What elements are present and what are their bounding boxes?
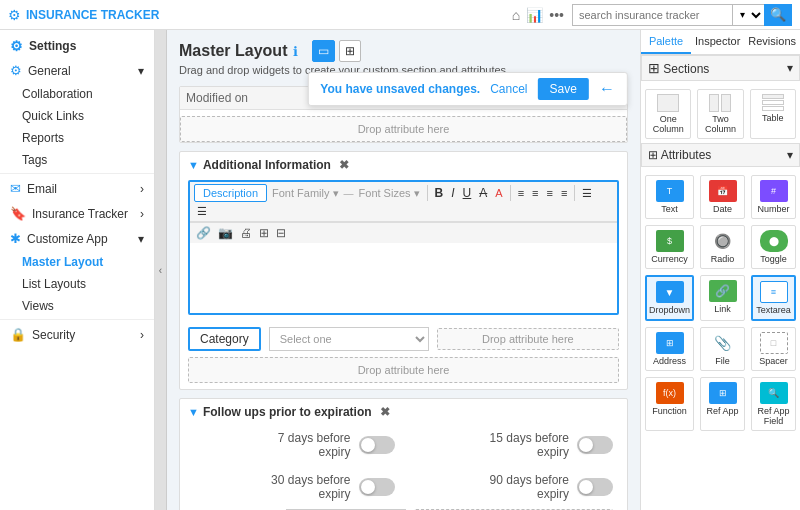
- category-select[interactable]: Select one: [269, 327, 429, 351]
- rte-underline[interactable]: U: [460, 185, 475, 201]
- widget-two-column[interactable]: Two Column: [697, 89, 743, 139]
- main-content: Master Layout ℹ ▭ ⊞ Drag and drop widget…: [167, 30, 640, 510]
- rte-font-family[interactable]: Font Family ▾: [272, 187, 339, 200]
- tab-revisions[interactable]: Revisions: [744, 30, 800, 54]
- function-label: Function: [652, 406, 687, 416]
- follow-ups-toggle[interactable]: ▼: [188, 406, 199, 418]
- widget-table[interactable]: Table: [750, 89, 796, 139]
- font-sep: —: [344, 188, 354, 199]
- sidebar-item-insurance[interactable]: 🔖 Insurance Tracker ›: [0, 201, 154, 226]
- sections-panel-header[interactable]: ⊞ Sections ▾: [641, 55, 800, 81]
- toggle-label: Toggle: [760, 254, 787, 264]
- widget-address[interactable]: ⊞ Address: [645, 327, 694, 371]
- unsaved-text: You have unsaved changes.: [320, 82, 480, 96]
- address-label: Address: [653, 356, 686, 366]
- follow-ups-remove[interactable]: ✖: [380, 405, 390, 419]
- widget-file[interactable]: 📎 File: [700, 327, 745, 371]
- additional-info-toggle[interactable]: ▼: [188, 159, 199, 171]
- rte-img-icon[interactable]: 📷: [216, 225, 235, 241]
- save-button[interactable]: Save: [538, 78, 589, 100]
- customize-chevron: ▾: [138, 232, 144, 246]
- drop-zone-additional[interactable]: Drop attribute here: [188, 357, 619, 383]
- sidebar-item-listlayouts[interactable]: List Layouts: [0, 273, 154, 295]
- widget-currency[interactable]: $ Currency: [645, 225, 694, 269]
- address-icon: ⊞: [656, 332, 684, 354]
- widget-textarea[interactable]: ≡ Textarea: [751, 275, 796, 321]
- sidebar-item-tags[interactable]: Tags: [0, 149, 154, 171]
- sidebar-item-general[interactable]: ⚙ General ▾: [0, 58, 154, 83]
- sidebar-item-masterlayout[interactable]: Master Layout: [0, 251, 154, 273]
- rte-align-left[interactable]: ≡: [515, 186, 527, 200]
- follow-7days-toggle[interactable]: [359, 436, 395, 454]
- search-button[interactable]: 🔍: [764, 4, 792, 26]
- sidebar-item-views[interactable]: Views: [0, 295, 154, 317]
- widget-text[interactable]: T Text: [645, 175, 694, 219]
- view-split-button[interactable]: ⊞: [339, 40, 361, 62]
- drop-zone-category[interactable]: Drop attribute here: [437, 328, 619, 350]
- info-icon[interactable]: ℹ: [293, 44, 298, 59]
- rte-align-right[interactable]: ≡: [543, 186, 555, 200]
- rte-link-icon[interactable]: 🔗: [194, 225, 213, 241]
- widget-refappfield[interactable]: 🔍 Ref App Field: [751, 377, 796, 431]
- follow-90days-toggle[interactable]: [577, 478, 613, 496]
- search-dropdown[interactable]: ▾: [732, 4, 764, 26]
- additional-info-remove[interactable]: ✖: [339, 158, 349, 172]
- sidebar-item-customize[interactable]: ✱ Customize App ▾: [0, 226, 154, 251]
- refapp-label: Ref App: [707, 406, 739, 416]
- tab-inspector[interactable]: Inspector: [691, 30, 744, 54]
- rte-bold[interactable]: B: [432, 185, 447, 201]
- widget-radio[interactable]: 🔘 Radio: [700, 225, 745, 269]
- additional-info-title: Additional Information: [203, 158, 331, 172]
- sidebar-item-reports[interactable]: Reports: [0, 127, 154, 149]
- attributes-panel-header[interactable]: ⊞ Attributes ▾: [641, 143, 800, 167]
- rte-align-justify[interactable]: ≡: [558, 186, 570, 200]
- view-desktop-button[interactable]: ▭: [312, 40, 335, 62]
- tab-palette[interactable]: Palette: [641, 30, 691, 54]
- widget-spacer[interactable]: □ Spacer: [751, 327, 796, 371]
- widget-date[interactable]: 📅 Date: [700, 175, 745, 219]
- rte-italic[interactable]: I: [448, 185, 457, 201]
- rte-description-tab[interactable]: Description: [194, 184, 267, 202]
- sidebar-item-quicklinks[interactable]: Quick Links: [0, 105, 154, 127]
- follow-30days-toggle[interactable]: [359, 478, 395, 496]
- number-label: Number: [758, 204, 790, 214]
- search-input[interactable]: [572, 4, 732, 26]
- more-icon[interactable]: •••: [549, 7, 564, 23]
- email-icon: ✉: [10, 181, 21, 196]
- category-label[interactable]: Category: [188, 327, 261, 351]
- refappfield-label: Ref App Field: [754, 406, 793, 426]
- rte-toolbar: Description Font Family ▾ — Font Sizes ▾…: [190, 182, 617, 222]
- cancel-link[interactable]: Cancel: [490, 82, 527, 96]
- widget-refapp[interactable]: ⊞ Ref App: [700, 377, 745, 431]
- widget-one-column[interactable]: One Column: [645, 89, 691, 139]
- one-column-icon: [657, 94, 679, 112]
- logo-icon: ⚙: [8, 7, 21, 23]
- rte-strikethrough[interactable]: A: [476, 185, 490, 201]
- chart-icon[interactable]: 📊: [526, 7, 543, 23]
- sidebar-item-security[interactable]: 🔒 Security ›: [0, 322, 154, 347]
- rte-list[interactable]: ☰: [579, 186, 595, 201]
- home-icon[interactable]: ⌂: [512, 7, 520, 23]
- widget-number[interactable]: # Number: [751, 175, 796, 219]
- widget-link[interactable]: 🔗 Link: [700, 275, 745, 321]
- drop-zone-top[interactable]: Drop attribute here: [180, 116, 627, 142]
- topbar: ⚙ INSURANCE TRACKER ⌂ 📊 ••• ▾ 🔍: [0, 0, 800, 30]
- widget-function[interactable]: f(x) Function: [645, 377, 694, 431]
- rte-code-icon[interactable]: ⊞: [257, 225, 271, 241]
- rte-align-center[interactable]: ≡: [529, 186, 541, 200]
- follow-15days-toggle[interactable]: [577, 436, 613, 454]
- rte-list2[interactable]: ☰: [194, 204, 210, 219]
- widget-toggle[interactable]: ⬤ Toggle: [751, 225, 796, 269]
- rte-color[interactable]: A: [492, 186, 505, 200]
- two-column-label: Two Column: [700, 114, 740, 134]
- rte-table-icon[interactable]: ⊟: [274, 225, 288, 241]
- attributes-header-label: ⊞ Attributes: [648, 148, 711, 162]
- rte-print-icon[interactable]: 🖨: [238, 225, 254, 241]
- rte-body[interactable]: [190, 243, 617, 313]
- security-label: Security: [32, 328, 75, 342]
- sidebar-item-collaboration[interactable]: Collaboration: [0, 83, 154, 105]
- collapse-handle[interactable]: ‹: [155, 30, 167, 510]
- sidebar-item-email[interactable]: ✉ Email ›: [0, 176, 154, 201]
- widget-dropdown[interactable]: ▼ Dropdown: [645, 275, 694, 321]
- rte-font-sizes[interactable]: Font Sizes ▾: [359, 187, 420, 200]
